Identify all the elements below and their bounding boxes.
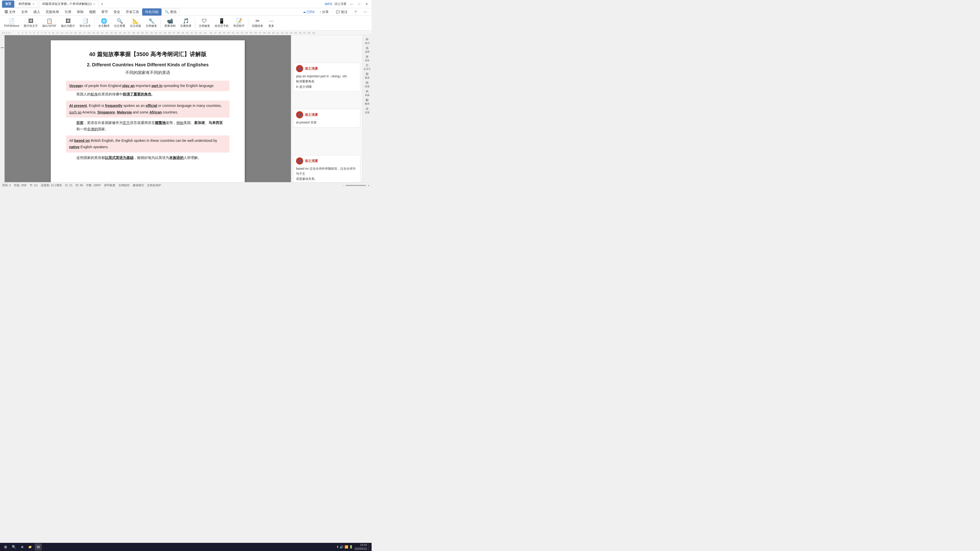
voyages-word: Voyage bbox=[69, 84, 82, 88]
doc-tab-close[interactable]: ✕ bbox=[93, 3, 95, 5]
toolbar-divider-2 bbox=[161, 18, 161, 28]
mode-label: 兼容模式 bbox=[133, 183, 144, 187]
menu-reference[interactable]: 引用 bbox=[62, 9, 74, 15]
cut-group-button[interactable]: ✂ 切题组卷 bbox=[250, 17, 265, 29]
zoom-out-button[interactable]: - bbox=[342, 184, 344, 187]
select-tool[interactable]: 选 选择 bbox=[363, 46, 371, 54]
paper-check-icon: 🔍 bbox=[117, 18, 123, 24]
help-button[interactable]: ? bbox=[352, 9, 359, 15]
special-function-button[interactable]: 特色功能 bbox=[142, 8, 162, 16]
feizhou-phrase: 非洲的 bbox=[87, 127, 98, 131]
zoom-slider[interactable] bbox=[345, 185, 366, 186]
hanghao-word: 航海 bbox=[91, 92, 98, 96]
shape-tool-label: 形状 bbox=[365, 59, 369, 62]
full-translate-label: 全文翻译 bbox=[98, 24, 110, 28]
share-button[interactable]: ↑ 分享 bbox=[317, 9, 331, 15]
menu-view[interactable]: 视图 bbox=[86, 9, 98, 15]
col: 列: 90 bbox=[76, 183, 83, 187]
style-tool[interactable]: 样 样式 bbox=[363, 37, 371, 45]
at-present-phrase: At present bbox=[69, 103, 87, 108]
such-as-phrase: such as bbox=[69, 110, 81, 114]
sync-badge: ☁ 已同步 bbox=[303, 10, 315, 14]
tab-home[interactable]: 首页 bbox=[2, 0, 14, 8]
settings-tool-label: 设置 bbox=[365, 111, 369, 114]
shape-tool[interactable]: 形 形状 bbox=[363, 55, 371, 62]
paper-format-button[interactable]: 📐 论文排版 bbox=[128, 17, 143, 29]
left-sidebar bbox=[0, 35, 5, 182]
review-button[interactable]: 💬 批注 bbox=[333, 9, 350, 15]
paragraph2-cn: 目前，英语在许多国家被作为官方语言或通用语言频繁地使用，例如美国、新加坡、马来西… bbox=[76, 120, 229, 132]
pdf-to-word-button[interactable]: 📄 PDF转Word bbox=[2, 17, 21, 29]
malaixiya-word: 马来西亚 bbox=[208, 121, 223, 125]
maximize-button[interactable]: □ bbox=[356, 1, 362, 7]
page-size: 设置面: 21.2厘米 bbox=[41, 183, 62, 187]
tab-template[interactable]: 稻壳模板 ✕ bbox=[15, 0, 38, 8]
to-img-icon: 🖼 bbox=[65, 18, 71, 24]
music-play-button[interactable]: 🎵 乐播投屏 bbox=[178, 17, 193, 29]
music-play-label: 乐播投屏 bbox=[180, 24, 191, 28]
muqian-word: 目前 bbox=[76, 121, 83, 125]
settings-tool[interactable]: 设 设置 bbox=[363, 106, 371, 114]
char-count: 字数: 18907 bbox=[86, 183, 101, 187]
more-button[interactable]: ⋯ 更多 bbox=[266, 17, 277, 29]
wps-label: 读之清夏 bbox=[334, 2, 347, 6]
doc-main-title: 40 篇短故事掌握【3500 高考考纲词汇】讲解版 bbox=[66, 51, 229, 58]
more-icon: ⋯ bbox=[269, 18, 274, 24]
doc-restore-button[interactable]: 🛡 文档修复 bbox=[197, 17, 212, 29]
menu-dev-tools[interactable]: 开发工具 bbox=[123, 9, 142, 15]
annotation-1-line3: in 是介词哦 bbox=[296, 84, 358, 89]
template-tab-label: 稻壳模板 bbox=[19, 2, 31, 6]
doc-restore-label: 文档修复 bbox=[199, 24, 210, 28]
search-button[interactable]: 🔍 查找 bbox=[162, 8, 180, 16]
paper-check-button[interactable]: 🔍 论文查重 bbox=[112, 17, 127, 29]
menu-insert[interactable]: 插入 bbox=[31, 9, 43, 15]
full-translate-button[interactable]: 🌐 全文翻译 bbox=[96, 17, 111, 29]
to-img-label: 输出为图片 bbox=[61, 24, 75, 28]
screen-record-icon: 📹 bbox=[167, 18, 173, 24]
more-label: 更多 bbox=[269, 24, 274, 28]
more-menu-button[interactable]: ⋯ bbox=[361, 9, 369, 15]
menu-security[interactable]: 安全 bbox=[111, 9, 123, 15]
tab-document[interactable]: 40篇英语短文掌握...个单词讲解版(1) ✕ bbox=[39, 0, 99, 8]
template-tab-close[interactable]: ✕ bbox=[32, 3, 35, 5]
resume-button[interactable]: 📝 简历助手 bbox=[231, 17, 247, 29]
menu-page-layout[interactable]: 页面布局 bbox=[43, 9, 62, 15]
main-area: 40 篇短故事掌握【3500 高考考纲词汇】讲解版 2. Different C… bbox=[0, 35, 372, 182]
annotation-card-2: 👤 读之清夏 at present 目前 bbox=[293, 109, 360, 127]
annotation-1-header: 👤 读之清夏 bbox=[296, 65, 358, 72]
total-pages: 页面: 2/68 bbox=[14, 183, 27, 187]
menu-chapter[interactable]: 章节 bbox=[99, 9, 110, 15]
zoom-in-button[interactable]: + bbox=[368, 184, 369, 187]
doc-subtitle-en: 2. Different Countries Have Different Ki… bbox=[66, 62, 229, 68]
screen-record-button[interactable]: 📹 屏幕录制 bbox=[162, 17, 178, 29]
close-button[interactable]: ✕ bbox=[364, 1, 369, 7]
singapore-word: Singapore bbox=[97, 110, 115, 114]
split-label: 拆分合并 bbox=[80, 24, 91, 28]
search-icon: 🔍 bbox=[165, 10, 169, 14]
art-text-tool[interactable]: 艺 艺术字 bbox=[363, 63, 371, 71]
annotation-1-username: 读之清夏 bbox=[305, 66, 318, 71]
doc-area[interactable]: 40 篇短故事掌握【3500 高考考纲词汇】讲解版 2. Different C… bbox=[5, 35, 291, 182]
chart-tool[interactable]: 图 图表 bbox=[363, 72, 371, 79]
native-word: native bbox=[69, 145, 80, 149]
menu-review[interactable]: 审阅 bbox=[74, 9, 86, 15]
style2-tool[interactable]: 风 风格 bbox=[363, 89, 371, 97]
translate-tool[interactable]: 翻 翻译 bbox=[363, 98, 371, 106]
menu-start[interactable]: 文件 bbox=[19, 9, 30, 15]
home-tab-label: 首页 bbox=[5, 2, 11, 6]
to-pdf-button[interactable]: 📋 输出为PDF bbox=[40, 17, 59, 29]
spell-check-btn[interactable]: 拼写检查 bbox=[104, 183, 115, 187]
frequently-word: frequently bbox=[105, 103, 123, 108]
send-to-phone-button[interactable]: 📱 发送至手机 bbox=[213, 17, 231, 29]
read-tool[interactable]: 阅 阅读 bbox=[363, 81, 371, 88]
menu-file[interactable]: ☰ 文件 bbox=[2, 9, 18, 15]
benzuyu-phrase: 本族语的 bbox=[169, 156, 183, 160]
split-button[interactable]: 📑 拆分合并 bbox=[78, 17, 93, 29]
doc-repair-button[interactable]: 🔧 文档修复 bbox=[144, 17, 159, 29]
to-img-button[interactable]: 🖼 输出为图片 bbox=[59, 17, 77, 29]
paper-check-label: 论文查重 bbox=[114, 24, 125, 28]
add-tab-button[interactable]: + bbox=[100, 2, 105, 6]
doc-proof-btn[interactable]: 文档校对 bbox=[118, 183, 130, 187]
img-to-text-button[interactable]: 🖼 图片转文字 bbox=[22, 17, 40, 29]
minimize-button[interactable]: — bbox=[348, 1, 354, 7]
